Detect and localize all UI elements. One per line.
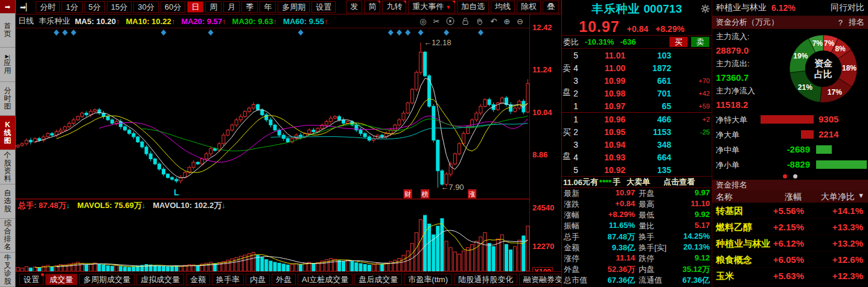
toolbar-button-日[interactable]: 日 [187,1,203,13]
fund-panel: 种植业与林业 6.12% 同行对比 资金分析（万元） ? 排名 主力流入: 28… [712,0,868,287]
rank-row-粮食概念[interactable]: 粮食概念+6.05%+12.6% [712,251,868,268]
toolbar-button-设置[interactable]: 设置 [311,1,336,13]
order-book-row[interactable]: 210.98701+42 [572,87,712,99]
new-flag [403,1,406,4]
notification-dot [41,273,44,276]
indicator-button-陆股通持股变化[interactable]: 陆股通持股变化 [454,274,517,285]
toolbar-button-叠[interactable]: 叠 [543,1,559,13]
order-book-row[interactable]: 410.93664 [572,151,712,163]
sidebar-item-个股资料[interactable]: 个股资料 [0,150,15,184]
sell-button[interactable]: 卖 [691,37,709,47]
sidebar-collapse-icon[interactable]: ➡ [0,0,15,13]
zoom-in-icon[interactable]: ⊕ [503,17,510,26]
toolbar-button-加自选[interactable]: 加自选 [457,1,489,13]
sidebar-item-自选股[interactable]: 自选股 [0,184,15,219]
volume-chart[interactable] [16,211,530,271]
toolbar-button-年[interactable]: 年 [260,1,276,13]
dropdown-icon[interactable]: ▼ [445,4,451,10]
indicator-button-外盘[interactable]: 外盘 [272,274,296,285]
toolbar-button-分时[interactable]: 分时 [36,1,60,13]
indicator-button-盘后成交量[interactable]: 盘后成交量 [354,274,402,285]
toolbar-button-除权[interactable]: 除权 [517,1,541,13]
svg-text:占比: 占比 [814,69,832,79]
price-axis: 12.4211.2410.048.862454012270X100 [531,14,561,271]
gear-icon[interactable] [701,4,710,16]
page-dot[interactable] [793,174,797,178]
toolbar-button-周[interactable]: 周 [205,1,222,13]
sidebar-item-牛叉诊股[interactable]: 牛叉诊股 [0,253,15,287]
indicator-button-设置[interactable]: 设置 [19,274,43,285]
toolbar-button-多周期[interactable]: 多周期 [278,1,310,13]
order-book-row[interactable]: 310.94348 [572,138,712,151]
rank-row-玉米[interactable]: 玉米+5.63%+12.3% [712,268,868,284]
fund-analysis-title: 资金分析（万元） [716,17,779,28]
rank-link[interactable]: 排名 [849,17,864,28]
toolbar-button-15分[interactable]: 15分 [107,1,132,13]
rank-row-燃料乙醇[interactable]: 燃料乙醇+2.15%+13.3% [712,219,868,235]
order-book-row[interactable]: 110.9765+59 [572,99,712,112]
toolbar-button-30分[interactable]: 30分 [133,1,158,13]
rank-row-转基因[interactable]: 转基因+5.56%+14.1% [712,203,868,219]
toolbar-button-5分[interactable]: 5分 [85,1,105,13]
rank-col-pct[interactable]: 涨幅 [785,192,802,203]
main-chart-column: ➡▏ 分时1分5分15分30分60分日周月季年多周期设置 发简九转重大事件▼加自… [16,0,561,287]
collapse-panel-icon[interactable]: ➡▏ [18,3,34,11]
zoom-out-icon[interactable]: ⊖ [517,17,523,26]
order-book-row[interactable]: 110.96466+2 [572,113,712,125]
buy-book-label: 买盘 [562,113,572,176]
sidebar-item-K线图[interactable]: K线图 [0,116,15,150]
lock-icon[interactable] [461,17,469,25]
page-dot-active[interactable] [783,174,787,178]
order-book-row[interactable]: 411.001872 [572,62,712,74]
kline-chart[interactable]: ←12.18←7.90财榜涨L [16,28,530,199]
peer-compare-link[interactable]: 同行对比 [831,2,864,13]
toolbar-button-季[interactable]: 季 [241,1,258,13]
big-order-alert[interactable]: 11.06元有****手大卖单点击查看 [562,176,712,188]
toolbar-button-1分[interactable]: 1分 [62,1,82,13]
indicator-button-换手率[interactable]: 换手率 [212,274,244,285]
stats-grid: 最新10.97开盘9.97涨跌+0.84最高11.10涨幅+8.29%最低9.9… [562,188,712,287]
help-icon[interactable]: ? [838,18,843,27]
undo-icon[interactable]: ↶ [490,17,497,26]
buy-button[interactable]: 买 [669,37,688,47]
inflow-label: 主力流入: [716,30,755,43]
sidebar-item-综合排名[interactable]: 综合排名 [0,219,15,253]
sort-desc-icon[interactable]: ▼ [858,192,864,199]
indicator-button-虚拟成交量[interactable]: 虚拟成交量 [136,274,184,285]
toolbar-button-月[interactable]: 月 [223,1,240,13]
axis-tick-label: 24540 [532,203,554,212]
stat-row: 涨跌+0.84最高11.10 [562,199,712,210]
toolbar-button-60分[interactable]: 60分 [161,1,185,13]
sector-name[interactable]: 种植业与林业 [716,2,767,13]
toolbar-button-均线[interactable]: 均线 [491,1,515,13]
svg-text:L: L [174,188,179,197]
rank-col-ratio[interactable]: 大单净比 [821,192,855,203]
indicator-button-内盘[interactable]: 内盘 [246,274,270,285]
toolbar-button-简[interactable]: 简 [364,1,380,13]
order-book-row[interactable]: 511.01103 [572,49,712,62]
indicator-button-AI立桩成交量[interactable]: AI立桩成交量 [298,274,353,285]
indicator-button-市盈率(ttm)[interactable]: 市盈率(ttm) [404,274,452,285]
toolbar-button-重大事件[interactable]: 重大事件▼ [408,1,455,13]
stock-trading-app: ➡ 首页▶|应用分时图K线图个股资料自选股综合排名牛叉诊股 ➡▏ 分时1分5分1… [0,0,868,287]
play-icon[interactable] [446,17,455,25]
volume-legend-row: 总手: 87.48万↓MAVOL5: 75.69万↓MAVOL10: 102.2… [16,199,529,211]
toolbar-button-发[interactable]: 发 [346,1,362,13]
stat-row: 涨停11.14跌停9.12 [562,253,712,264]
toolbar-button-九转[interactable]: 九转 [382,1,406,13]
indicator-button-成交量[interactable]: 成交量 [45,274,77,285]
sidebar-item-首页[interactable]: 首页 [0,13,15,48]
order-book-row[interactable]: 210.951153-25 [572,125,712,138]
indicator-button-金额[interactable]: 金额 [186,274,210,285]
svg-text:19%: 19% [793,52,808,60]
sidebar-item-分时图[interactable]: 分时图 [0,82,15,116]
eye-icon[interactable]: ◎ [420,17,426,26]
order-book-row[interactable]: 510.92135 [572,163,712,176]
order-book-row[interactable]: 310.99661+70 [572,74,712,87]
scissors-icon[interactable]: ✂ [433,17,439,26]
rank-col-name[interactable]: 名称 [716,192,733,203]
indicator-button-多周期成交量[interactable]: 多周期成交量 [79,274,135,285]
rank-row-种植业与林业[interactable]: 种植业与林业+6.12%+13.2% [712,235,868,251]
sidebar-item-应用[interactable]: ▶|应用 [0,48,15,82]
hand-icon[interactable] [476,17,483,25]
